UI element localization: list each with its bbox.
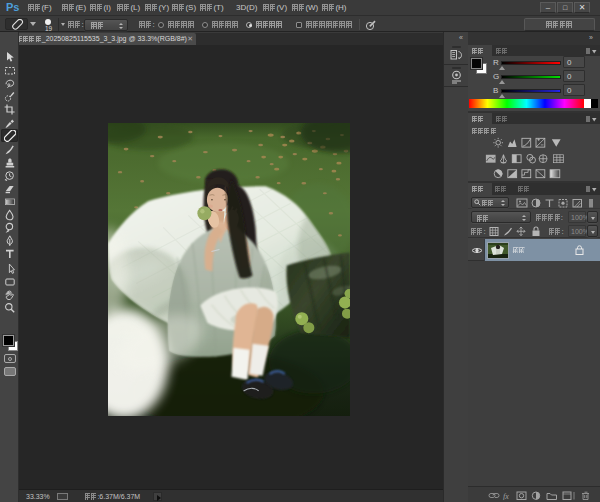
svg-text:fx: fx <box>503 492 509 501</box>
